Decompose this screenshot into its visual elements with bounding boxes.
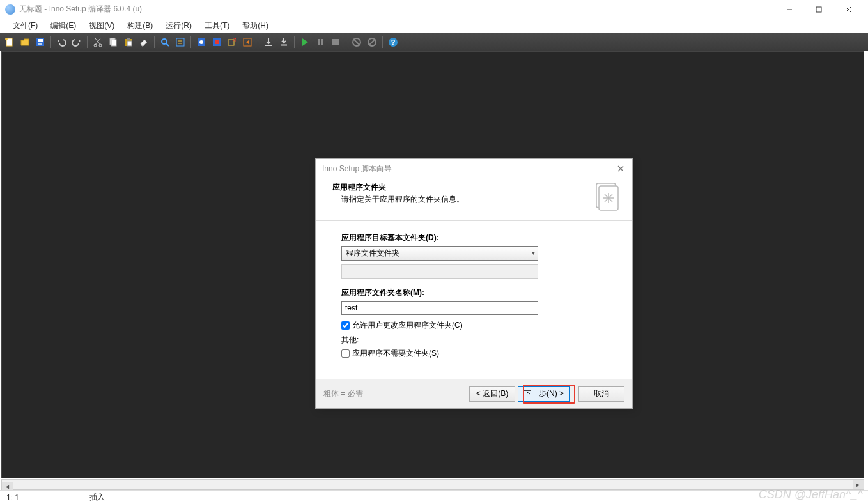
cancel-button[interactable]: 取消: [578, 386, 624, 402]
save-icon: [35, 37, 45, 47]
menu-view[interactable]: 视图(V): [82, 19, 121, 33]
back-button[interactable]: < 返回(B): [469, 386, 515, 402]
required-note: 粗体 = 必需: [323, 388, 467, 399]
dest-base-select[interactable]: 程序文件文件夹 ▾: [341, 246, 538, 261]
allow-change-checkbox[interactable]: [341, 321, 350, 330]
status-bar: 1: 1 插入: [0, 490, 868, 504]
svg-rect-14: [111, 40, 116, 46]
minimize-icon: [786, 6, 793, 13]
separator: [382, 36, 383, 48]
menu-bar: 文件(F) 编辑(E) 视图(V) 构建(B) 运行(R) 工具(T) 帮助(H…: [0, 19, 868, 33]
svg-point-5: [5, 38, 8, 40]
save-button[interactable]: [33, 35, 47, 49]
target-button[interactable]: [261, 35, 275, 49]
maximize-icon: [816, 6, 822, 13]
svg-line-19: [166, 43, 169, 46]
step-over-button[interactable]: [365, 35, 379, 49]
prohibit-icon: [352, 37, 362, 47]
compile-icon: [196, 37, 206, 47]
play-icon: [300, 37, 310, 47]
run-button[interactable]: [298, 35, 312, 49]
cut-icon: [93, 37, 103, 47]
close-button[interactable]: [833, 0, 863, 19]
box-arrow-icon: [242, 37, 252, 47]
compile-button[interactable]: [194, 35, 208, 49]
stop-compile-button[interactable]: [210, 35, 224, 49]
svg-rect-32: [332, 39, 339, 45]
separator: [346, 36, 346, 48]
close-icon: [845, 6, 851, 13]
find-button[interactable]: [158, 35, 172, 49]
svg-rect-24: [215, 40, 219, 44]
no-folder-checkbox[interactable]: [341, 349, 350, 358]
pause-button[interactable]: [313, 35, 327, 49]
open-button[interactable]: [18, 35, 32, 49]
dialog-heading: 应用程序文件夹: [332, 182, 587, 193]
separator: [258, 36, 258, 48]
open-output-button[interactable]: [225, 35, 239, 49]
dialog-subheading: 请指定关于应用程序的文件夹信息。: [332, 194, 587, 205]
external-icon: [227, 37, 237, 47]
undo-icon: [56, 37, 66, 47]
svg-rect-31: [321, 39, 323, 45]
dialog-title: Inno Setup 脚本向导: [316, 159, 632, 178]
cursor-position: 1: 1: [6, 493, 32, 502]
separator: [154, 36, 155, 48]
redo-button[interactable]: [70, 35, 84, 49]
separator: [87, 36, 88, 48]
svg-rect-29: [281, 44, 287, 46]
find-icon: [160, 37, 170, 47]
stop-icon: [330, 37, 341, 47]
prohibit2-icon: [367, 37, 377, 47]
scroll-right-arrow[interactable]: ►: [853, 480, 864, 489]
dialog-body: 应用程序目标基本文件夹(D): 程序文件文件夹 ▾ 应用程序文件夹名称(M): …: [316, 220, 632, 365]
toolbar: ?: [0, 33, 868, 51]
window-controls: [775, 0, 863, 19]
target2-button[interactable]: [277, 35, 291, 49]
stop-compile-icon: [212, 37, 222, 47]
menu-file[interactable]: 文件(F): [6, 19, 44, 33]
dialog-close-button[interactable]: [612, 162, 630, 176]
svg-rect-16: [127, 38, 130, 40]
maximize-button[interactable]: [804, 0, 833, 19]
menu-run[interactable]: 运行(R): [159, 19, 198, 33]
horizontal-scrollbar[interactable]: ◄ ►: [1, 479, 864, 490]
svg-rect-25: [228, 40, 234, 45]
next-button[interactable]: 下一步(N) >: [518, 386, 570, 402]
copy-button[interactable]: [106, 35, 120, 49]
dialog-header: 应用程序文件夹 请指定关于应用程序的文件夹信息。: [316, 178, 632, 220]
allow-change-label: 允许用户更改应用程序文件夹(C): [352, 320, 463, 331]
svg-line-36: [369, 39, 375, 45]
wizard-page-icon: [593, 182, 619, 211]
label-folder-name: 应用程序文件夹名称(M):: [341, 287, 607, 298]
window-title: 无标题 - Inno Setup 编译器 6.0.4 (u): [19, 4, 775, 15]
svg-rect-1: [816, 7, 821, 12]
close-icon: [617, 165, 624, 172]
run-setup-button[interactable]: [240, 35, 254, 49]
cut-button[interactable]: [91, 35, 105, 49]
paste-button[interactable]: [121, 35, 136, 49]
new-icon: [4, 37, 15, 47]
help-button[interactable]: ?: [386, 35, 400, 49]
menu-tools[interactable]: 工具(T): [198, 19, 236, 33]
delete-button[interactable]: [137, 35, 151, 49]
svg-rect-20: [176, 38, 184, 46]
new-button[interactable]: [3, 35, 17, 49]
open-folder-icon: [20, 37, 30, 47]
svg-point-18: [162, 39, 167, 44]
folder-name-input[interactable]: [341, 301, 538, 315]
menu-edit[interactable]: 编辑(E): [44, 19, 82, 33]
svg-point-22: [199, 40, 203, 44]
menu-help[interactable]: 帮助(H): [236, 19, 275, 33]
eraser-icon: [139, 37, 149, 47]
minimize-button[interactable]: [775, 0, 804, 19]
select-value: 程序文件文件夹: [346, 248, 399, 259]
separator: [50, 36, 51, 48]
undo-button[interactable]: [54, 35, 68, 49]
replace-button[interactable]: [173, 35, 187, 49]
svg-rect-8: [38, 43, 42, 45]
step-into-button[interactable]: [350, 35, 364, 49]
menu-build[interactable]: 构建(B): [121, 19, 159, 33]
svg-rect-17: [127, 41, 132, 46]
stop-button[interactable]: [329, 35, 343, 49]
